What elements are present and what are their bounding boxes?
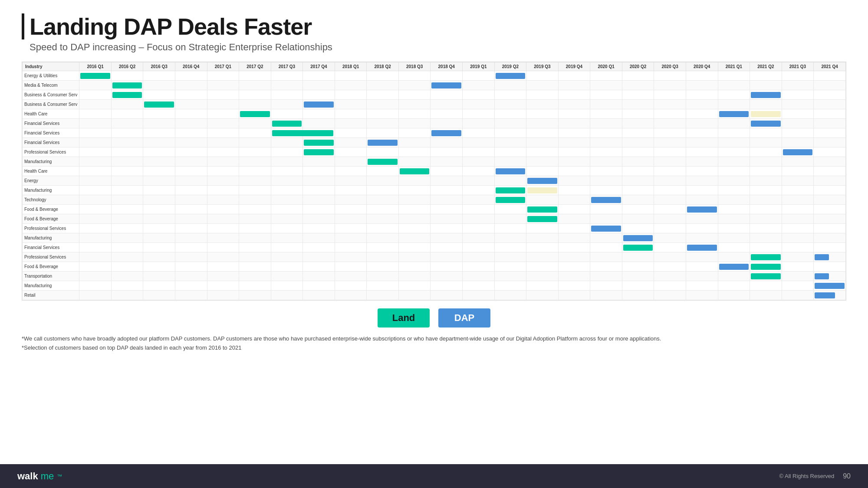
gantt-cell-r13-c1 (111, 195, 143, 205)
gantt-cell-r5-c10 (398, 119, 431, 128)
gantt-cell-r15-c11 (431, 214, 463, 224)
gantt-cell-r7-c3 (175, 138, 207, 147)
gantt-cell-r18-c10 (398, 243, 431, 252)
gantt-cell-r21-c1 (111, 272, 143, 281)
dap-bar (431, 82, 461, 88)
gantt-cell-r22-c20 (718, 281, 750, 291)
gantt-cell-r14-c10 (398, 205, 431, 214)
table-row: Professional Services (23, 147, 846, 157)
gantt-cell-r3-c2 (143, 100, 175, 109)
table-row: Financial Services (23, 138, 846, 147)
table-row: Manufacturing (23, 186, 846, 195)
land-bar (496, 187, 526, 193)
gantt-cell-r12-c22 (782, 186, 814, 195)
gantt-cell-r12-c1 (111, 186, 143, 195)
gantt-cell-r7-c7 (303, 138, 335, 147)
gantt-cell-r8-c22 (782, 147, 814, 157)
gantt-cell-r8-c11 (431, 147, 463, 157)
gantt-cell-r13-c7 (303, 195, 335, 205)
gantt-cell-r7-c8 (335, 138, 367, 147)
col-2019q4: 2019 Q4 (558, 62, 590, 71)
gantt-cell-r15-c0 (79, 214, 112, 224)
gantt-cell-r2-c18 (654, 90, 686, 100)
gantt-cell-r2-c11 (431, 90, 463, 100)
gantt-cell-r21-c17 (622, 272, 654, 281)
table-row: Financial Services (23, 119, 846, 128)
gantt-cell-r18-c1 (111, 243, 143, 252)
gantt-cell-r23-c13 (494, 291, 526, 300)
gantt-cell-r23-c22 (782, 291, 814, 300)
gantt-cell-r1-c1 (111, 81, 143, 90)
gantt-cell-r11-c11 (431, 176, 463, 186)
gantt-cell-r2-c20 (718, 90, 750, 100)
gantt-cell-r23-c0 (79, 291, 112, 300)
gantt-cell-r3-c1 (111, 100, 143, 109)
gantt-cell-r0-c18 (654, 71, 686, 81)
gantt-cell-r23-c7 (303, 291, 335, 300)
gantt-cell-r6-c17 (622, 128, 654, 138)
gantt-cell-r21-c11 (431, 272, 463, 281)
gantt-cell-r20-c12 (463, 262, 495, 272)
gantt-cell-r5-c3 (175, 119, 207, 128)
gantt-cell-r15-c9 (367, 214, 399, 224)
footnotes: *We call customers who have broadly adop… (22, 334, 846, 357)
gantt-cell-r18-c21 (750, 243, 782, 252)
gantt-cell-r10-c2 (143, 167, 175, 176)
gantt-cell-r16-c10 (398, 224, 431, 233)
gantt-cell-r19-c9 (367, 252, 399, 262)
gantt-cell-r1-c3 (175, 81, 207, 90)
col-2017q1: 2017 Q1 (207, 62, 239, 71)
gantt-cell-r15-c6 (271, 214, 303, 224)
gantt-cell-r0-c17 (622, 71, 654, 81)
gantt-cell-r13-c18 (654, 195, 686, 205)
gantt-cell-r5-c16 (590, 119, 622, 128)
land-bar (751, 264, 781, 270)
col-2018q1: 2018 Q1 (335, 62, 367, 71)
col-2016q3: 2016 Q3 (143, 62, 175, 71)
gantt-cell-r14-c18 (654, 205, 686, 214)
industry-cell: Health Care (23, 167, 79, 176)
gantt-cell-r20-c13 (494, 262, 526, 272)
gantt-cell-r9-c1 (111, 157, 143, 167)
gantt-cell-r18-c3 (175, 243, 207, 252)
gantt-cell-r20-c9 (367, 262, 399, 272)
gantt-cell-r21-c15 (558, 272, 590, 281)
gantt-cell-r16-c2 (143, 224, 175, 233)
land-bar (240, 111, 270, 117)
gantt-cell-r9-c21 (750, 157, 782, 167)
gantt-cell-r11-c21 (750, 176, 782, 186)
gantt-cell-r0-c10 (398, 71, 431, 81)
gantt-cell-r23-c17 (622, 291, 654, 300)
main-title: Landing DAP Deals Faster (30, 13, 312, 40)
gantt-cell-r19-c2 (143, 252, 175, 262)
gantt-cell-r23-c8 (335, 291, 367, 300)
land-bar (112, 82, 142, 88)
gantt-cell-r23-c14 (526, 291, 559, 300)
gantt-cell-r21-c20 (718, 272, 750, 281)
gantt-cell-r21-c0 (79, 272, 112, 281)
gantt-cell-r4-c1 (111, 109, 143, 119)
gantt-cell-r19-c21 (750, 252, 782, 262)
gantt-cell-r0-c8 (335, 71, 367, 81)
gantt-cell-r9-c2 (143, 157, 175, 167)
gantt-cell-r9-c22 (782, 157, 814, 167)
col-industry: Industry (23, 62, 79, 71)
gantt-cell-r2-c0 (79, 90, 112, 100)
gantt-cell-r9-c17 (622, 157, 654, 167)
gantt-cell-r21-c21 (750, 272, 782, 281)
gantt-cell-r22-c21 (750, 281, 782, 291)
gantt-cell-r11-c5 (239, 176, 271, 186)
industry-cell: Health Care (23, 109, 79, 119)
gantt-cell-r9-c23 (814, 157, 846, 167)
gantt-cell-r14-c3 (175, 205, 207, 214)
gantt-cell-r0-c4 (207, 71, 239, 81)
gantt-cell-r7-c17 (622, 138, 654, 147)
gantt-cell-r8-c13 (494, 147, 526, 157)
gantt-cell-r16-c23 (814, 224, 846, 233)
gantt-cell-r2-c9 (367, 90, 399, 100)
dap-bar (527, 178, 557, 184)
gantt-cell-r21-c23 (814, 272, 846, 281)
gantt-cell-r17-c23 (814, 233, 846, 243)
gantt-cell-r11-c4 (207, 176, 239, 186)
gantt-cell-r9-c15 (558, 157, 590, 167)
